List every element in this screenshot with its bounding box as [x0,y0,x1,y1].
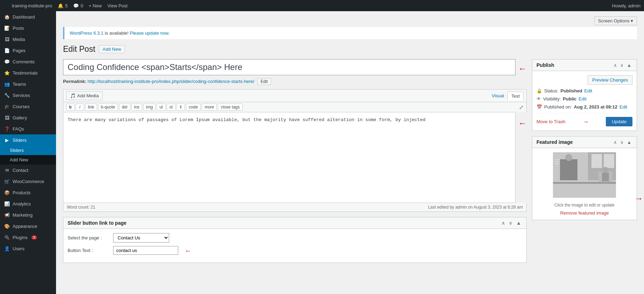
visibility-edit-link[interactable]: Edit [579,96,586,102]
tab-text[interactable]: Text [507,92,524,100]
featured-collapse-down[interactable]: ∨ [619,140,625,145]
format-bold-button[interactable]: b [66,104,75,111]
update-button[interactable]: Update [606,117,632,126]
status-label: Status: [544,88,558,93]
sidebar-item-comments[interactable]: 💬 Comments [0,56,56,67]
sidebar-item-woocommerce[interactable]: 🛒 WooCommerce [0,176,56,187]
sidebar-subitem-add-new[interactable]: Add New [0,155,56,164]
add-media-button[interactable]: 🎵 Add Media [66,91,103,100]
site-name-link[interactable]: training-institute-pro [9,0,55,11]
slider-box-close[interactable]: ▲ [515,220,522,226]
format-img-button[interactable]: img [143,104,155,111]
sidebar-subitem-sliders[interactable]: Sliders [0,146,56,155]
publish-collapse-up[interactable]: ∧ [612,63,618,68]
svg-rect-14 [555,163,560,164]
update-link[interactable]: Please update now. [130,30,169,36]
new-content-link[interactable]: + New [86,0,104,11]
permalink-link[interactable]: http://localhost/training-institute-pro/… [88,79,254,84]
format-bquote-button[interactable]: b-quote [98,104,118,111]
button-text-input[interactable] [113,246,178,255]
slider-box-collapse-up[interactable]: ∧ [500,220,506,226]
sidebar-item-gallery[interactable]: 🖼 Gallery [0,112,56,123]
remove-featured-image-link[interactable]: Remove featured image [560,210,609,216]
plugins-badge: 3 [32,236,37,239]
publish-box-title: Publish [536,62,554,68]
last-edited: Last edited by admin on August 3, 2023 a… [428,205,523,210]
tab-visual[interactable]: Visual [488,92,507,100]
add-new-button[interactable]: Add New [99,45,125,53]
sidebar-item-teams[interactable]: 👥 Teams [0,78,56,90]
slider-box-collapse-down[interactable]: ∨ [508,220,513,226]
fullscreen-button[interactable]: ⤢ [519,104,524,111]
format-li-button[interactable]: li [176,104,185,111]
format-ol-button[interactable]: ol [167,104,175,111]
sidebar-item-plugins[interactable]: 🔌 Plugins 3 [0,232,56,243]
teams-icon: 👥 [4,81,10,87]
status-edit-link[interactable]: Edit [584,88,592,93]
publish-date-row: 📅 Published on: Aug 2, 2023 at 09:12 Edi… [536,104,632,110]
select-page-dropdown[interactable]: Contact Us Home About Services Products [113,233,169,243]
featured-image-hint: Click the image to edit or update [536,203,632,208]
svg-rect-11 [602,173,609,181]
sidebar-label-courses: Courses [13,104,29,109]
featured-image-controls: ∧ ∨ ▲ [612,140,632,145]
content-arrow: ← [518,119,527,127]
svg-rect-12 [555,159,560,160]
svg-point-10 [603,167,608,173]
post-title-input[interactable] [63,59,515,75]
sidebar-item-services[interactable]: 🔧 Services [0,90,56,101]
move-to-trash-link[interactable]: Move to Trash [536,119,565,124]
wp-version-link[interactable]: WordPress 6.3.1 [70,30,104,36]
format-code-button[interactable]: code [186,104,201,111]
view-post-link[interactable]: View Post [105,0,131,11]
featured-collapse-up[interactable]: ∧ [612,140,618,145]
format-italic-button[interactable]: i [76,104,84,111]
analytics-icon: 📊 [4,201,10,206]
publish-collapse-down[interactable]: ∨ [619,63,625,68]
featured-close[interactable]: ▲ [626,140,632,145]
sidebar-item-products[interactable]: 📦 Products [0,187,56,198]
format-ul-button[interactable]: ul [157,104,165,111]
screen-options-button[interactable]: Screen Options ▾ [594,16,637,25]
comments-link[interactable]: 💬 0 [70,0,86,11]
publish-status-row: 🔒 Status: Published Edit [536,88,632,93]
sidebar-item-analytics[interactable]: 📊 Analytics [0,198,56,209]
sidebar-label-analytics: Analytics [13,201,31,206]
dashboard-icon: 🏠 [4,14,10,20]
sidebar-item-posts[interactable]: 📝 Posts [0,22,56,34]
sidebar-item-pages[interactable]: 📄 Pages [0,45,56,56]
featured-image-thumbnail[interactable] [553,152,616,198]
permalink-area: Permalink: http://localhost/training-ins… [63,78,527,85]
sidebar-item-sliders[interactable]: ▶ Sliders [0,134,56,146]
svg-point-7 [565,154,572,161]
published-edit-link[interactable]: Edit [619,104,627,110]
admin-sidebar: 🏠 Dashboard 📝 Posts 🖼 Media 📄 Pages 💬 Co… [0,11,56,294]
format-close-tags-button[interactable]: close tags [218,104,242,111]
post-title-wrapper: ← [63,59,527,78]
main-content: Screen Options ▾ WordPress 6.3.1 is avai… [56,11,644,294]
format-link-button[interactable]: link [85,104,97,111]
publish-close[interactable]: ▲ [626,63,632,68]
wp-logo-link[interactable]: W [4,0,9,11]
sidebar-item-marketing[interactable]: 📢 Marketing [0,209,56,220]
sidebar-item-media[interactable]: 🖼 Media [0,34,56,45]
preview-changes-button[interactable]: Preview Changes [588,75,632,85]
editor-body[interactable]: There are many variations of passages of… [63,112,515,203]
sidebar-item-users[interactable]: 👤 Users [0,243,56,254]
sidebar-item-testimonials[interactable]: ⭐ Testimonials [0,67,56,78]
sidebar-item-contact[interactable]: ✉ Contact [0,164,56,176]
sidebar-item-dashboard[interactable]: 🏠 Dashboard [0,11,56,22]
format-del-button[interactable]: del [119,104,130,111]
svg-rect-5 [604,154,614,168]
sidebar-item-faqs[interactable]: ❓ FAQs [0,123,56,134]
sidebar-item-courses[interactable]: 🎓 Courses [0,101,56,112]
sidebar-item-appearance[interactable]: 🎨 Appearance [0,220,56,232]
permalink-edit-button[interactable]: Edit [257,78,271,85]
format-more-button[interactable]: more [202,104,217,111]
editor-footer: Word count: 21 Last edited by admin on A… [63,203,527,212]
visibility-icon: 👁 [536,96,541,102]
updates-link[interactable]: 🔔 5 [55,0,70,11]
format-ins-button[interactable]: ins [131,104,142,111]
update-notice: WordPress 6.3.1 is available! Please upd… [63,27,637,39]
admin-bar: W training-institute-pro 🔔 5 💬 0 + New V… [0,0,644,11]
